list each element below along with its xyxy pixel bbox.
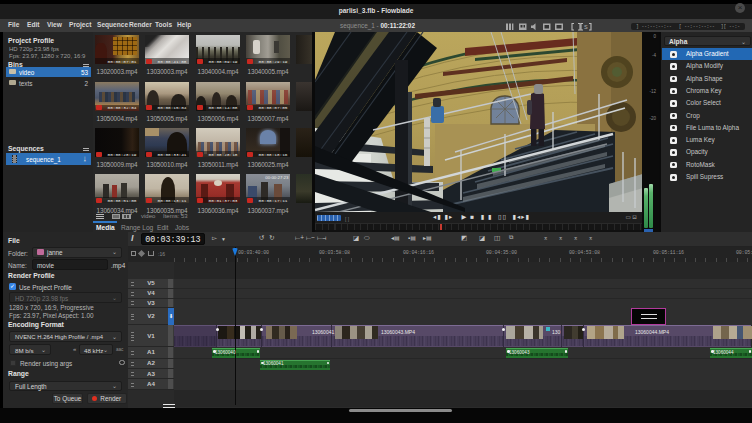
svg-text:S: S: [584, 24, 588, 30]
